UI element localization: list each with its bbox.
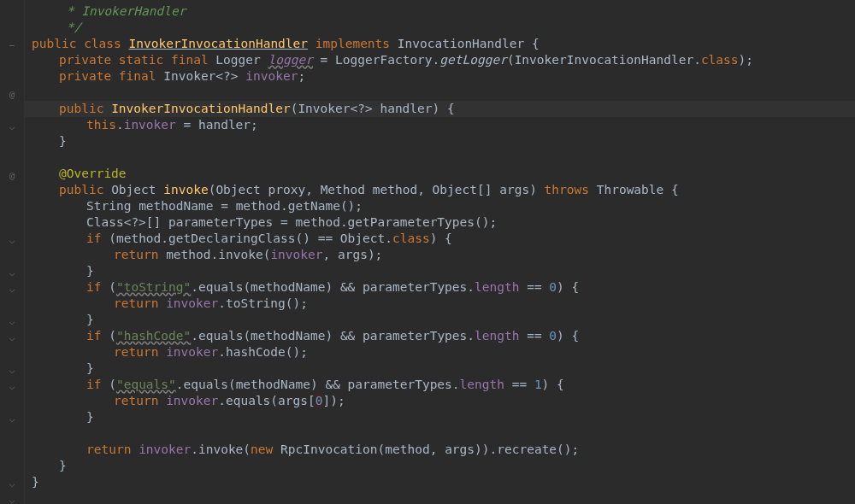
code-line[interactable]: if ("equals".equals(methodName) && param…	[25, 377, 855, 393]
tok-dot: .	[467, 280, 475, 294]
tok-m_toString: toString	[226, 296, 286, 310]
tok-lp: (	[378, 442, 386, 456]
code-line[interactable]	[25, 85, 855, 101]
tok-dot: .	[490, 442, 498, 456]
tok-lb: {	[572, 329, 580, 343]
tok-cls_InvocationHandler: InvocationHandler	[398, 37, 524, 50]
gutter-fold-end-icon[interactable]: ⌵	[0, 476, 24, 492]
tok-cls_Invoker: Invoker	[298, 102, 350, 115]
code-line[interactable]: public class InvokerInvocationHandler im…	[25, 36, 855, 52]
tok-lp: (	[243, 442, 251, 456]
code-line[interactable]: }	[25, 312, 855, 328]
tok-rp: )	[564, 442, 572, 456]
tok-rb: }	[32, 475, 39, 489]
tok-throws: throws	[545, 183, 589, 196]
code-area[interactable]: * InvokerHandler */public class InvokerI…	[25, 0, 855, 504]
code-line[interactable]: }	[25, 458, 855, 474]
gutter-fold-icon[interactable]: ⌵	[0, 314, 24, 330]
code-line[interactable]: if ("toString".equals(methodName) && par…	[25, 279, 855, 296]
tok-dot: .	[116, 118, 124, 132]
code-editor[interactable]: −@⌵@⌵⌵⌵⌵⌵⌵⌵⌵⌵⌵ * InvokerHandler */public…	[0, 0, 855, 504]
tok-cls_InvokerInvocationHandler: InvokerInvocationHandler	[515, 53, 694, 67]
gutter-fold-icon[interactable]: ⌵	[0, 378, 24, 395]
tok-dot: .	[191, 442, 198, 456]
code-line[interactable]: String methodName = method.getName();	[25, 198, 855, 214]
code-line[interactable]: }	[25, 360, 855, 377]
tok-op_and: &&	[333, 280, 363, 294]
tok-dot: .	[218, 345, 226, 359]
tok-dot: .	[433, 53, 440, 67]
gutter-fold-icon[interactable]: ⌵	[0, 265, 24, 281]
code-line[interactable]: return invoker.toString();	[25, 296, 855, 312]
tok-dot: .	[191, 329, 198, 343]
code-line[interactable]: private static final Logger logger = Log…	[25, 52, 855, 68]
tok-cls_Object: Object	[111, 183, 156, 196]
code-line[interactable]: return invoker.equals(args[0]);	[25, 393, 855, 409]
tok-rp: )	[475, 442, 482, 456]
tok-dot: .	[191, 280, 198, 294]
gutter-override-icon[interactable]: @	[0, 86, 24, 103]
tok-p_args: args	[445, 442, 475, 456]
tok-rb: }	[86, 264, 94, 278]
code-line[interactable]	[25, 425, 855, 442]
gutter-override-icon[interactable]: @	[0, 167, 24, 184]
tok-rp: )	[325, 280, 333, 294]
tok-cls_Throwable: Throwable	[597, 183, 664, 196]
gutter-fold-icon[interactable]: ⌵	[0, 411, 24, 427]
gutter-fold-icon[interactable]: −	[0, 38, 24, 54]
code-line[interactable]: }	[25, 133, 855, 149]
code-line[interactable]: private final Invoker<?> invoker;	[25, 68, 855, 85]
code-line[interactable]: }	[25, 474, 855, 490]
code-line[interactable]: @Override	[25, 166, 855, 182]
code-line[interactable]: return invoker.invoke(new RpcInvocation(…	[25, 442, 855, 458]
code-line[interactable]: return invoker.hashCode();	[25, 344, 855, 360]
tok-m_hashCode: hashCode	[226, 345, 286, 359]
tok-cls_Class: Class	[86, 215, 124, 229]
code-line[interactable]	[25, 149, 855, 166]
tok-rp: )	[529, 183, 537, 196]
tok-cls_Object: Object	[433, 183, 477, 196]
tok-comma: ,	[305, 183, 320, 196]
tok-m_invoke: invoke	[198, 442, 243, 456]
tok-cls_Method: Method	[321, 183, 365, 196]
gutter-fold-end-icon[interactable]: ⌵	[0, 119, 24, 135]
tok-fld_class: class	[392, 231, 430, 245]
tok-m_getDeclaringClass: getDeclaringClass	[168, 231, 295, 245]
gutter-fold-icon[interactable]: ⌵	[0, 281, 24, 297]
tok-v_parameterTypes: parameterTypes	[363, 329, 467, 343]
tok-semi: ;	[251, 118, 258, 132]
tok-static: static	[119, 53, 163, 67]
code-line[interactable]: Class<?>[] parameterTypes = method.getPa…	[25, 214, 855, 231]
tok-private: private	[59, 53, 111, 67]
code-line[interactable]: this.invoker = handler;	[25, 117, 855, 133]
gutter-fold-icon[interactable]: ⌵	[0, 232, 24, 249]
class-decl: InvokerInvocationHandler	[129, 37, 309, 50]
tok-op_and: &&	[333, 329, 363, 343]
gutter-fold-end-icon[interactable]: ⌵	[0, 492, 24, 504]
tok-cls_String: String	[86, 199, 131, 213]
code-line[interactable]: if (method.getDeclaringClass() == Object…	[25, 231, 855, 247]
gutter-fold-icon[interactable]: ⌵	[0, 362, 24, 378]
tok-cls_Invoker: Invoker	[163, 69, 215, 83]
code-line[interactable]: }	[25, 263, 855, 279]
code-line[interactable]: if ("hashCode".equals(methodName) && par…	[25, 328, 855, 344]
tok-dot: .	[280, 199, 288, 213]
code-line[interactable]: */	[25, 20, 855, 36]
code-line[interactable]: * InvokerHandler	[25, 3, 855, 20]
tok-arr: []	[146, 215, 161, 229]
gutter-fold-icon[interactable]: ⌵	[0, 330, 24, 346]
code-line[interactable]: public InvokerInvocationHandler(Invoker<…	[25, 101, 855, 117]
tok-num_1: 1	[534, 378, 542, 391]
tok-return: return	[114, 296, 158, 310]
code-line[interactable]: }	[25, 409, 855, 425]
tok-p_handler: handler	[380, 102, 432, 115]
code-line[interactable]: public Object invoke(Object proxy, Metho…	[25, 182, 855, 198]
code-line[interactable]: return method.invoke(invoker, args);	[25, 247, 855, 263]
tok-fld_class: class	[701, 53, 739, 67]
tok-private: private	[59, 69, 111, 83]
tok-lp: (	[295, 231, 303, 245]
tok-semi: ;	[746, 53, 753, 67]
tok-semi: ;	[298, 69, 305, 83]
tok-rp: )	[557, 280, 564, 294]
tok-lb: {	[572, 280, 580, 294]
